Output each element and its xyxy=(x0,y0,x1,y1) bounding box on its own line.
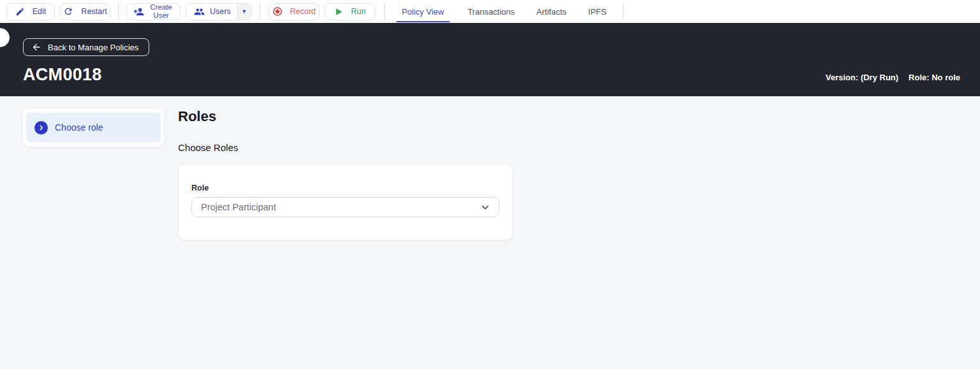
run-button[interactable]: Run xyxy=(325,3,375,20)
tab-ipfs[interactable]: IPFS xyxy=(581,0,614,23)
policy-title: ACM0018 xyxy=(23,65,102,85)
role-form-card: Role Project Participant xyxy=(178,164,513,240)
caret-down-icon: ▼ xyxy=(241,8,247,15)
role-status-label: Role: No role xyxy=(909,73,960,82)
restart-button-label: Restart xyxy=(81,7,107,16)
record-button-label: Record xyxy=(290,7,316,16)
person-add-icon xyxy=(133,6,144,17)
create-user-button-label: Create User xyxy=(149,3,173,20)
page-title: Roles xyxy=(178,108,513,124)
create-user-button[interactable]: Create User xyxy=(126,3,180,20)
restart-icon xyxy=(63,6,73,17)
toolbar-divider xyxy=(118,3,119,20)
play-icon xyxy=(334,7,343,17)
back-button-label: Back to Manage Policies xyxy=(48,43,138,52)
panel-toggle-handle[interactable] xyxy=(0,28,10,47)
policy-meta: Version: (Dry Run) Role: No role xyxy=(826,73,960,82)
chevron-right-circle-icon xyxy=(34,121,48,134)
header-tabs: Policy View Transactions Artifacts IPFS xyxy=(395,0,614,23)
chevron-down-icon xyxy=(480,202,491,213)
toolbar-divider xyxy=(623,3,623,20)
pencil-icon xyxy=(15,7,25,17)
toolbar: Edit Restart Create User Users ▼ Record xyxy=(0,0,980,23)
role-select-value: Project Participant xyxy=(201,202,276,212)
role-field-label: Role xyxy=(191,184,500,192)
step-choose-role[interactable]: Choose role xyxy=(26,113,161,142)
users-split-button: Users ▼ xyxy=(186,3,251,20)
main-content: Choose role Roles Choose Roles Role Proj… xyxy=(0,96,980,240)
tab-policy-view[interactable]: Policy View xyxy=(395,0,451,23)
restart-button[interactable]: Restart xyxy=(60,3,110,20)
toolbar-divider xyxy=(260,3,260,20)
users-button-label: Users xyxy=(210,7,231,16)
toolbar-divider xyxy=(384,3,385,20)
edit-button-label: Edit xyxy=(33,7,47,16)
users-button[interactable]: Users xyxy=(186,4,237,20)
back-to-manage-policies-button[interactable]: Back to Manage Policies xyxy=(23,38,149,56)
role-select[interactable]: Project Participant xyxy=(191,197,500,217)
tab-transactions[interactable]: Transactions xyxy=(461,0,522,23)
version-label: Version: (Dry Run) xyxy=(826,73,898,82)
policy-header: Back to Manage Policies ACM0018 Version:… xyxy=(0,23,980,96)
run-button-label: Run xyxy=(351,7,366,16)
people-icon xyxy=(194,6,205,17)
users-dropdown-button[interactable]: ▼ xyxy=(237,4,251,20)
edit-button[interactable]: Edit xyxy=(6,3,55,20)
arrow-left-icon xyxy=(31,42,41,52)
step-label: Choose role xyxy=(55,122,103,133)
record-button[interactable]: Record xyxy=(269,3,320,20)
record-icon xyxy=(272,6,283,17)
choose-roles-label: Choose Roles xyxy=(178,142,513,153)
tab-artifacts[interactable]: Artifacts xyxy=(530,0,574,23)
roles-section: Roles Choose Roles Role Project Particip… xyxy=(178,108,513,240)
steps-sidebar: Choose role xyxy=(23,108,164,147)
